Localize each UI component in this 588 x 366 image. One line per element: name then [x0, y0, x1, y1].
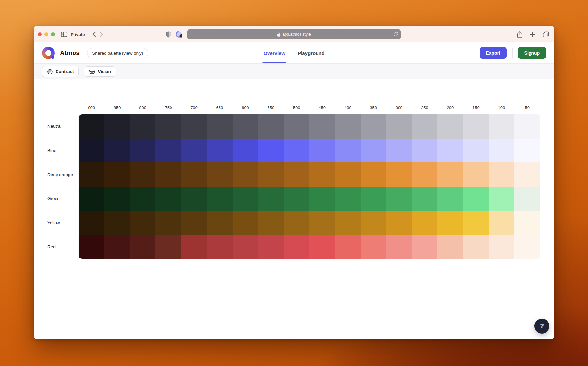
address-bar[interactable]: app.atmos.style — [187, 29, 401, 39]
swatch-yellow-100[interactable] — [489, 211, 514, 235]
swatch-deep-orange-350[interactable] — [361, 162, 386, 187]
swatch-blue-200[interactable] — [437, 139, 463, 163]
swatch-blue-850[interactable] — [104, 139, 130, 163]
swatch-green-100[interactable] — [489, 187, 514, 211]
swatch-yellow-250[interactable] — [412, 211, 437, 235]
export-button[interactable]: Export — [480, 47, 506, 59]
tab-overview-icon[interactable] — [543, 31, 549, 38]
swatch-deep-orange-900[interactable] — [79, 162, 104, 187]
swatch-yellow-650[interactable] — [207, 211, 232, 235]
swatch-green-900[interactable] — [79, 187, 104, 211]
swatch-neutral-100[interactable] — [489, 114, 514, 139]
swatch-deep-orange-500[interactable] — [284, 162, 309, 187]
swatch-deep-orange-450[interactable] — [309, 162, 335, 187]
close-window-button[interactable] — [38, 32, 42, 36]
swatch-blue-500[interactable] — [284, 139, 309, 163]
vision-button[interactable]: Vision — [84, 66, 116, 77]
swatch-neutral-400[interactable] — [335, 114, 360, 139]
swatch-red-600[interactable] — [233, 235, 258, 259]
swatch-deep-orange-750[interactable] — [155, 162, 181, 187]
swatch-deep-orange-550[interactable] — [258, 162, 284, 187]
swatch-green-250[interactable] — [412, 187, 437, 211]
swatch-yellow-800[interactable] — [130, 211, 155, 235]
privacy-report-icon[interactable] — [176, 31, 183, 38]
swatch-deep-orange-650[interactable] — [207, 162, 232, 187]
swatch-red-700[interactable] — [181, 235, 207, 259]
swatch-blue-900[interactable] — [79, 139, 104, 163]
back-button[interactable] — [92, 31, 96, 37]
swatch-blue-50[interactable] — [514, 139, 540, 163]
swatch-red-800[interactable] — [130, 235, 155, 259]
swatch-neutral-750[interactable] — [155, 114, 181, 139]
swatch-green-850[interactable] — [104, 187, 130, 211]
swatch-green-700[interactable] — [181, 187, 207, 211]
swatch-green-150[interactable] — [463, 187, 489, 211]
swatch-yellow-350[interactable] — [361, 211, 386, 235]
tab-overview[interactable]: Overview — [263, 42, 285, 63]
swatch-deep-orange-50[interactable] — [514, 162, 540, 187]
swatch-neutral-350[interactable] — [361, 114, 386, 139]
swatch-blue-650[interactable] — [207, 139, 232, 163]
swatch-deep-orange-150[interactable] — [463, 162, 489, 187]
sidebar-icon[interactable] — [61, 32, 67, 37]
swatch-green-50[interactable] — [514, 187, 540, 211]
swatch-blue-600[interactable] — [233, 139, 258, 163]
swatch-red-250[interactable] — [412, 235, 437, 259]
zoom-window-button[interactable] — [51, 32, 55, 36]
new-tab-icon[interactable] — [530, 32, 535, 37]
swatch-neutral-700[interactable] — [181, 114, 207, 139]
swatch-red-750[interactable] — [155, 235, 181, 259]
swatch-green-650[interactable] — [207, 187, 232, 211]
swatch-red-850[interactable] — [104, 235, 130, 259]
swatch-neutral-50[interactable] — [514, 114, 540, 139]
swatch-red-150[interactable] — [463, 235, 489, 259]
swatch-red-500[interactable] — [284, 235, 309, 259]
swatch-neutral-450[interactable] — [309, 114, 335, 139]
swatch-blue-350[interactable] — [361, 139, 386, 163]
swatch-green-450[interactable] — [309, 187, 335, 211]
swatch-blue-450[interactable] — [309, 139, 335, 163]
swatch-yellow-700[interactable] — [181, 211, 207, 235]
swatch-neutral-900[interactable] — [79, 114, 104, 139]
swatch-red-200[interactable] — [437, 235, 463, 259]
signup-button[interactable]: Signup — [518, 47, 546, 59]
swatch-yellow-450[interactable] — [309, 211, 335, 235]
swatch-neutral-600[interactable] — [233, 114, 258, 139]
swatch-yellow-550[interactable] — [258, 211, 284, 235]
swatch-green-550[interactable] — [258, 187, 284, 211]
swatch-yellow-200[interactable] — [437, 211, 463, 235]
swatch-green-800[interactable] — [130, 187, 155, 211]
swatch-red-650[interactable] — [207, 235, 232, 259]
swatch-green-300[interactable] — [386, 187, 412, 211]
swatch-neutral-250[interactable] — [412, 114, 437, 139]
swatch-red-900[interactable] — [79, 235, 104, 259]
swatch-yellow-750[interactable] — [155, 211, 181, 235]
shield-icon[interactable] — [166, 31, 171, 38]
forward-button[interactable] — [99, 31, 103, 37]
tab-playground[interactable]: Playground — [298, 42, 325, 63]
swatch-red-550[interactable] — [258, 235, 284, 259]
swatch-red-50[interactable] — [514, 235, 540, 259]
minimize-window-button[interactable] — [44, 32, 48, 36]
swatch-blue-100[interactable] — [489, 139, 514, 163]
swatch-neutral-500[interactable] — [284, 114, 309, 139]
swatch-blue-750[interactable] — [155, 139, 181, 163]
swatch-blue-700[interactable] — [181, 139, 207, 163]
swatch-yellow-600[interactable] — [233, 211, 258, 235]
swatch-deep-orange-600[interactable] — [233, 162, 258, 187]
swatch-blue-800[interactable] — [130, 139, 155, 163]
swatch-yellow-850[interactable] — [104, 211, 130, 235]
swatch-red-300[interactable] — [386, 235, 412, 259]
swatch-red-100[interactable] — [489, 235, 514, 259]
swatch-neutral-150[interactable] — [463, 114, 489, 139]
swatch-neutral-850[interactable] — [104, 114, 130, 139]
swatch-deep-orange-800[interactable] — [130, 162, 155, 187]
swatch-green-500[interactable] — [284, 187, 309, 211]
swatch-neutral-800[interactable] — [130, 114, 155, 139]
swatch-yellow-50[interactable] — [514, 211, 540, 235]
swatch-blue-400[interactable] — [335, 139, 360, 163]
swatch-deep-orange-100[interactable] — [489, 162, 514, 187]
swatch-deep-orange-850[interactable] — [104, 162, 130, 187]
swatch-deep-orange-400[interactable] — [335, 162, 360, 187]
swatch-red-400[interactable] — [335, 235, 360, 259]
